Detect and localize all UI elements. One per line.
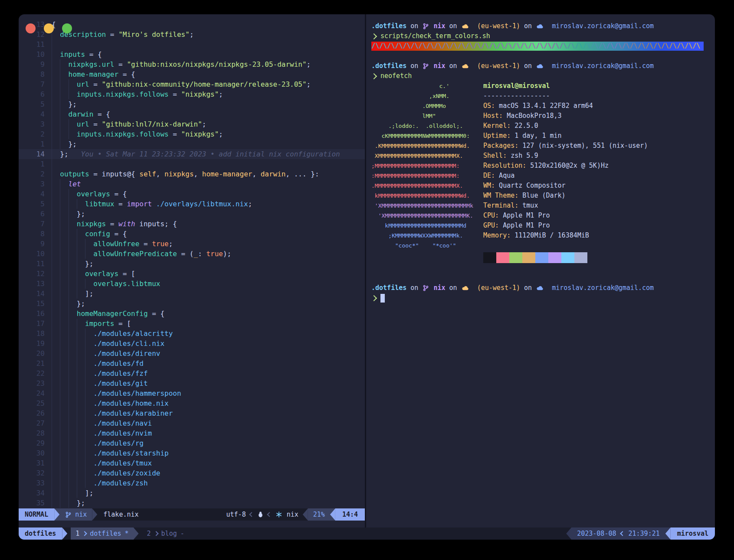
zoom-button[interactable]: [62, 23, 72, 33]
prompt-text: on: [446, 21, 461, 31]
code-line: 24./modules/hammerspoon: [19, 388, 365, 398]
prompt-text: Host:: [483, 112, 503, 120]
neofetch-separator: -----------------: [483, 91, 648, 101]
cloud-icon: [537, 64, 543, 68]
window-controls: [26, 23, 72, 33]
shell-input-line[interactable]: [371, 293, 715, 303]
code-line: 10allowUnfreePredicate = (_: true);: [19, 249, 365, 259]
indent-guide: [52, 468, 93, 478]
prompt-text: Shell:: [483, 152, 507, 160]
indent-guide: [52, 368, 93, 378]
statusline-filename: flake.nix: [97, 508, 144, 521]
code-line: 20./modules/direnv: [19, 348, 365, 358]
blank-line: [483, 241, 648, 251]
minimize-button[interactable]: [44, 23, 54, 33]
tmux-session-name: dotfiles: [19, 527, 62, 540]
code-line: 35};: [19, 498, 365, 508]
indent-guide: [52, 438, 93, 448]
chevron-right-icon: [154, 531, 158, 536]
prompt-text: 22.5.0: [511, 122, 538, 130]
powerline-arrow: [303, 508, 308, 521]
line-number: 26: [19, 408, 52, 418]
palette-swatch: [574, 252, 587, 263]
code-text: };: [69, 139, 77, 149]
close-button[interactable]: [26, 23, 36, 33]
prompt-text: on: [406, 21, 422, 31]
indent-guide: [52, 49, 60, 59]
prompt-line: .dotfiles on nix on (eu-west-1) on miros…: [371, 283, 715, 293]
editor-pane[interactable]: 13{12description = "Miro's dotfiles";111…: [19, 14, 365, 527]
code-line: 21./modules/fd: [19, 358, 365, 368]
prompt-text: OS:: [483, 102, 495, 110]
line-number: 8: [19, 229, 52, 239]
neofetch-info-line: Terminal: tmux: [483, 201, 648, 211]
prompt-text: zsh 5.9: [507, 152, 538, 160]
line-number: 10: [19, 49, 52, 59]
code-text: url = "github:lnl7/nix-darwin";: [77, 119, 206, 129]
chevron-left-icon: [249, 512, 254, 517]
neofetch-info-line: Resolution: 5120x2160@2x @ 5K)Hz: [483, 161, 648, 171]
line-number: 20: [19, 348, 52, 358]
terminal-pane[interactable]: .dotfiles on nix on (eu-west-1) on miros…: [366, 14, 715, 527]
color-stripe-row: /\/\/\/\/\/\/\/\/\/\/\/\/\/\/\/\/\/\/\/\…: [371, 41, 715, 51]
palette-swatch: [509, 252, 522, 263]
line-number: 3: [19, 119, 52, 129]
tmux-date: 2023-08-08: [577, 530, 616, 537]
indent-guide: [52, 309, 77, 319]
line-number: 12: [19, 269, 52, 279]
line-number: 1: [19, 159, 52, 169]
code-text: ];: [85, 488, 93, 498]
prompt-text: Packages:: [483, 142, 518, 150]
code-line: 33./modules/zsh: [19, 478, 365, 488]
palette-swatch: [496, 252, 509, 263]
code-text: config = {: [85, 229, 127, 239]
code-line: 17imports = [: [19, 319, 365, 329]
line-number: 4: [19, 189, 52, 199]
prompt-text: Apple M1 Pro: [499, 212, 550, 219]
indent-guide: [52, 378, 93, 388]
code-line: 14}; You • Sat Mar 11 23:23:32 2023 • ad…: [19, 149, 365, 159]
indent-guide: [52, 269, 85, 279]
prompt-text: Kernel:: [483, 122, 511, 130]
prompt-text: Resolution:: [483, 162, 526, 169]
prompt-text: GPU:: [483, 221, 499, 229]
indent-guide: [52, 498, 77, 508]
code-line: 11: [19, 39, 365, 49]
color-test-stripe: /\/\/\/\/\/\/\/\/\/\/\/\/\/\/\/\/\/\/\/\…: [371, 42, 704, 51]
line-number: 1: [19, 139, 52, 149]
tmux-window-2[interactable]: 2 blog -: [142, 527, 189, 540]
code-line: 2outputs = inputs@{ self, nixpkgs, home-…: [19, 169, 365, 179]
code-line: 18./modules/alacritty: [19, 329, 365, 339]
neofetch-info-line: Kernel: 22.5.0: [483, 121, 648, 131]
cloud-icon: [537, 24, 543, 29]
chevron-left-icon: [267, 512, 272, 517]
prompt-text: DE:: [483, 172, 495, 179]
line-number: 2: [19, 169, 52, 179]
indent-guide: [52, 428, 93, 438]
neofetch-output: c.' ,xNMM. .OMMMMo lMM" .;loddo:. .ollod…: [371, 81, 715, 263]
neofetch-ascii-art: c.' ,xNMM. .OMMMMo lMM" .;loddo:. .ollod…: [371, 81, 483, 263]
prompt-text: on: [446, 283, 461, 293]
indent-guide: [52, 79, 77, 89]
code-text: outputs = inputs@{ self, nixpkgs, home-m…: [60, 169, 319, 179]
code-text: homeManagerConfig = {: [77, 309, 164, 319]
indent-guide: [52, 478, 93, 488]
code-line: 2inputs.nixpkgs.follows = "nixpkgs";: [19, 129, 365, 139]
code-text: inputs = {: [60, 49, 102, 59]
code-line: 3url = "github:lnl7/nix-darwin";: [19, 119, 365, 129]
terminal-cursor: [380, 294, 385, 303]
prompt-text: on: [406, 283, 422, 293]
indent-guide: [52, 209, 77, 219]
prompt-chevron-icon: [371, 73, 377, 79]
prompt-text: Uptime:: [483, 132, 511, 140]
tmux-window-1[interactable]: 1 dotfiles *: [71, 527, 133, 540]
indent-guide: [52, 69, 69, 79]
code-text: ./modules/navi: [93, 418, 152, 428]
indent-guide: [52, 179, 69, 189]
code-text: ];: [85, 289, 93, 299]
prompt-text: on: [520, 61, 536, 71]
code-buffer[interactable]: 13{12description = "Miro's dotfiles";111…: [19, 14, 365, 508]
line-number: 6: [19, 209, 52, 219]
code-text: let: [69, 179, 81, 189]
code-line: 5libtmux = import ./overlays/libtmux.nix…: [19, 199, 365, 209]
